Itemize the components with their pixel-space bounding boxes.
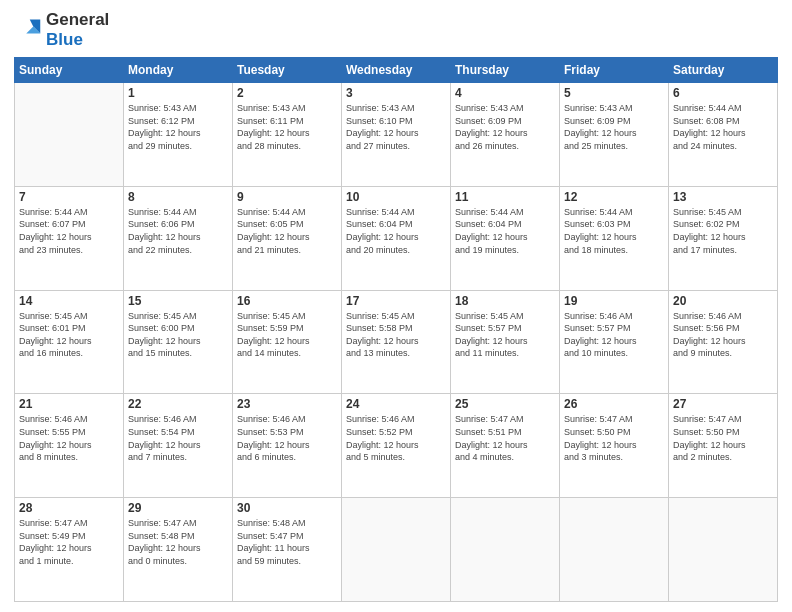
calendar: SundayMondayTuesdayWednesdayThursdayFrid…: [14, 57, 778, 602]
day-number: 27: [673, 397, 773, 411]
day-info: Sunrise: 5:46 AM Sunset: 5:53 PM Dayligh…: [237, 413, 337, 463]
day-number: 23: [237, 397, 337, 411]
day-info: Sunrise: 5:45 AM Sunset: 6:01 PM Dayligh…: [19, 310, 119, 360]
logo: General Blue: [14, 10, 109, 49]
day-number: 10: [346, 190, 446, 204]
day-number: 28: [19, 501, 119, 515]
logo-text: General Blue: [46, 10, 109, 49]
day-info: Sunrise: 5:43 AM Sunset: 6:09 PM Dayligh…: [455, 102, 555, 152]
day-info: Sunrise: 5:46 AM Sunset: 5:57 PM Dayligh…: [564, 310, 664, 360]
day-info: Sunrise: 5:43 AM Sunset: 6:10 PM Dayligh…: [346, 102, 446, 152]
day-info: Sunrise: 5:45 AM Sunset: 6:00 PM Dayligh…: [128, 310, 228, 360]
day-number: 8: [128, 190, 228, 204]
calendar-cell: 14Sunrise: 5:45 AM Sunset: 6:01 PM Dayli…: [15, 290, 124, 394]
calendar-cell: 17Sunrise: 5:45 AM Sunset: 5:58 PM Dayli…: [342, 290, 451, 394]
day-number: 9: [237, 190, 337, 204]
day-number: 12: [564, 190, 664, 204]
calendar-cell: 28Sunrise: 5:47 AM Sunset: 5:49 PM Dayli…: [15, 498, 124, 602]
day-info: Sunrise: 5:44 AM Sunset: 6:03 PM Dayligh…: [564, 206, 664, 256]
calendar-cell: 25Sunrise: 5:47 AM Sunset: 5:51 PM Dayli…: [451, 394, 560, 498]
calendar-cell: 29Sunrise: 5:47 AM Sunset: 5:48 PM Dayli…: [124, 498, 233, 602]
calendar-cell: 20Sunrise: 5:46 AM Sunset: 5:56 PM Dayli…: [669, 290, 778, 394]
header: General Blue: [14, 10, 778, 49]
day-number: 6: [673, 86, 773, 100]
day-info: Sunrise: 5:45 AM Sunset: 6:02 PM Dayligh…: [673, 206, 773, 256]
calendar-cell: 21Sunrise: 5:46 AM Sunset: 5:55 PM Dayli…: [15, 394, 124, 498]
calendar-cell: 16Sunrise: 5:45 AM Sunset: 5:59 PM Dayli…: [233, 290, 342, 394]
day-number: 22: [128, 397, 228, 411]
calendar-cell: 30Sunrise: 5:48 AM Sunset: 5:47 PM Dayli…: [233, 498, 342, 602]
calendar-cell: 27Sunrise: 5:47 AM Sunset: 5:50 PM Dayli…: [669, 394, 778, 498]
calendar-cell: 11Sunrise: 5:44 AM Sunset: 6:04 PM Dayli…: [451, 186, 560, 290]
day-info: Sunrise: 5:45 AM Sunset: 5:57 PM Dayligh…: [455, 310, 555, 360]
calendar-cell: 23Sunrise: 5:46 AM Sunset: 5:53 PM Dayli…: [233, 394, 342, 498]
day-info: Sunrise: 5:43 AM Sunset: 6:11 PM Dayligh…: [237, 102, 337, 152]
day-info: Sunrise: 5:47 AM Sunset: 5:48 PM Dayligh…: [128, 517, 228, 567]
calendar-cell: 1Sunrise: 5:43 AM Sunset: 6:12 PM Daylig…: [124, 83, 233, 187]
day-number: 26: [564, 397, 664, 411]
calendar-cell: 8Sunrise: 5:44 AM Sunset: 6:06 PM Daylig…: [124, 186, 233, 290]
day-number: 24: [346, 397, 446, 411]
day-info: Sunrise: 5:45 AM Sunset: 5:58 PM Dayligh…: [346, 310, 446, 360]
day-info: Sunrise: 5:47 AM Sunset: 5:49 PM Dayligh…: [19, 517, 119, 567]
calendar-cell: 7Sunrise: 5:44 AM Sunset: 6:07 PM Daylig…: [15, 186, 124, 290]
calendar-cell: [15, 83, 124, 187]
calendar-cell: 4Sunrise: 5:43 AM Sunset: 6:09 PM Daylig…: [451, 83, 560, 187]
calendar-cell: 5Sunrise: 5:43 AM Sunset: 6:09 PM Daylig…: [560, 83, 669, 187]
day-info: Sunrise: 5:43 AM Sunset: 6:09 PM Dayligh…: [564, 102, 664, 152]
logo-icon: [14, 16, 42, 44]
calendar-cell: 9Sunrise: 5:44 AM Sunset: 6:05 PM Daylig…: [233, 186, 342, 290]
calendar-cell: 18Sunrise: 5:45 AM Sunset: 5:57 PM Dayli…: [451, 290, 560, 394]
day-number: 14: [19, 294, 119, 308]
weekday-header: Sunday: [15, 58, 124, 83]
calendar-cell: 22Sunrise: 5:46 AM Sunset: 5:54 PM Dayli…: [124, 394, 233, 498]
day-info: Sunrise: 5:43 AM Sunset: 6:12 PM Dayligh…: [128, 102, 228, 152]
day-number: 18: [455, 294, 555, 308]
day-number: 21: [19, 397, 119, 411]
day-number: 15: [128, 294, 228, 308]
day-number: 11: [455, 190, 555, 204]
day-info: Sunrise: 5:44 AM Sunset: 6:08 PM Dayligh…: [673, 102, 773, 152]
calendar-cell: 6Sunrise: 5:44 AM Sunset: 6:08 PM Daylig…: [669, 83, 778, 187]
day-number: 29: [128, 501, 228, 515]
calendar-cell: 2Sunrise: 5:43 AM Sunset: 6:11 PM Daylig…: [233, 83, 342, 187]
day-number: 7: [19, 190, 119, 204]
weekday-header: Monday: [124, 58, 233, 83]
day-info: Sunrise: 5:46 AM Sunset: 5:52 PM Dayligh…: [346, 413, 446, 463]
calendar-cell: 19Sunrise: 5:46 AM Sunset: 5:57 PM Dayli…: [560, 290, 669, 394]
day-info: Sunrise: 5:47 AM Sunset: 5:50 PM Dayligh…: [673, 413, 773, 463]
day-number: 25: [455, 397, 555, 411]
weekday-header: Tuesday: [233, 58, 342, 83]
calendar-cell: 24Sunrise: 5:46 AM Sunset: 5:52 PM Dayli…: [342, 394, 451, 498]
calendar-cell: 10Sunrise: 5:44 AM Sunset: 6:04 PM Dayli…: [342, 186, 451, 290]
day-info: Sunrise: 5:46 AM Sunset: 5:56 PM Dayligh…: [673, 310, 773, 360]
day-number: 17: [346, 294, 446, 308]
day-number: 19: [564, 294, 664, 308]
day-info: Sunrise: 5:44 AM Sunset: 6:04 PM Dayligh…: [346, 206, 446, 256]
day-number: 4: [455, 86, 555, 100]
calendar-cell: 26Sunrise: 5:47 AM Sunset: 5:50 PM Dayli…: [560, 394, 669, 498]
calendar-cell: 3Sunrise: 5:43 AM Sunset: 6:10 PM Daylig…: [342, 83, 451, 187]
calendar-cell: 13Sunrise: 5:45 AM Sunset: 6:02 PM Dayli…: [669, 186, 778, 290]
calendar-cell: [451, 498, 560, 602]
day-number: 2: [237, 86, 337, 100]
day-info: Sunrise: 5:44 AM Sunset: 6:05 PM Dayligh…: [237, 206, 337, 256]
calendar-cell: [342, 498, 451, 602]
day-info: Sunrise: 5:47 AM Sunset: 5:51 PM Dayligh…: [455, 413, 555, 463]
day-info: Sunrise: 5:48 AM Sunset: 5:47 PM Dayligh…: [237, 517, 337, 567]
page: General Blue SundayMondayTuesdayWednesda…: [0, 0, 792, 612]
day-number: 1: [128, 86, 228, 100]
day-info: Sunrise: 5:44 AM Sunset: 6:04 PM Dayligh…: [455, 206, 555, 256]
day-info: Sunrise: 5:45 AM Sunset: 5:59 PM Dayligh…: [237, 310, 337, 360]
day-info: Sunrise: 5:44 AM Sunset: 6:06 PM Dayligh…: [128, 206, 228, 256]
day-info: Sunrise: 5:46 AM Sunset: 5:54 PM Dayligh…: [128, 413, 228, 463]
weekday-header: Thursday: [451, 58, 560, 83]
day-info: Sunrise: 5:47 AM Sunset: 5:50 PM Dayligh…: [564, 413, 664, 463]
calendar-cell: 12Sunrise: 5:44 AM Sunset: 6:03 PM Dayli…: [560, 186, 669, 290]
calendar-cell: 15Sunrise: 5:45 AM Sunset: 6:00 PM Dayli…: [124, 290, 233, 394]
weekday-header: Wednesday: [342, 58, 451, 83]
weekday-header: Saturday: [669, 58, 778, 83]
day-info: Sunrise: 5:46 AM Sunset: 5:55 PM Dayligh…: [19, 413, 119, 463]
day-number: 13: [673, 190, 773, 204]
calendar-cell: [669, 498, 778, 602]
